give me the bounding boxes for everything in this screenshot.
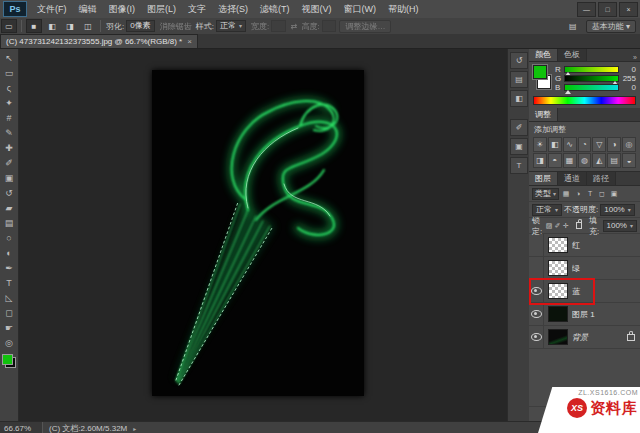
width-input[interactable] [271, 20, 286, 32]
gradient-tool-icon[interactable]: ▤ [1, 215, 17, 230]
zoom-tool-icon[interactable]: ◎ [1, 335, 17, 350]
layer-row-red[interactable]: 红 [529, 234, 640, 257]
invert-icon[interactable]: ◭ [592, 153, 606, 168]
layer-thumbnail[interactable] [548, 283, 568, 299]
close-button[interactable]: × [619, 2, 638, 17]
move-tool-icon[interactable]: ↖ [1, 50, 17, 65]
lock-transparent-pixels-icon[interactable]: ▨ [546, 221, 553, 231]
vibrance-icon[interactable]: ▽ [592, 137, 606, 152]
new-selection-icon[interactable]: ■ [26, 19, 42, 33]
current-tool-icon[interactable]: ▭ [1, 19, 17, 33]
lock-all-icon[interactable] [576, 222, 582, 229]
hand-tool-icon[interactable]: ☛ [1, 320, 17, 335]
shape-tool-icon[interactable]: ◻ [1, 305, 17, 320]
blue-value[interactable]: 0 [622, 83, 636, 92]
filter-kind-dropdown[interactable]: 类型▾ [532, 188, 559, 200]
filter-adjustment-layers-icon[interactable]: ◑ [573, 189, 583, 199]
visibility-toggle[interactable] [529, 303, 544, 325]
layer-row-layer1[interactable]: 图层 1 [529, 303, 640, 326]
color-lookup-icon[interactable]: ◍ [578, 153, 592, 168]
menu-layer[interactable]: 图层(L) [141, 1, 182, 18]
menu-edit[interactable]: 编辑 [73, 1, 103, 18]
history-brush-tool-icon[interactable]: ↺ [1, 185, 17, 200]
visibility-toggle[interactable] [529, 326, 544, 348]
rectangular-marquee-tool-icon[interactable]: ▭ [1, 65, 17, 80]
tab-layers[interactable]: 图层 [529, 172, 558, 185]
channel-mixer-icon[interactable]: ▦ [563, 153, 577, 168]
subtract-selection-icon[interactable]: ◨ [62, 19, 78, 33]
swap-dimensions-icon[interactable]: ⇄ [291, 22, 298, 31]
curves-icon[interactable]: ∿ [563, 137, 577, 152]
menu-file[interactable]: 文件(F) [31, 1, 73, 18]
eyedropper-tool-icon[interactable]: ✎ [1, 125, 17, 140]
zoom-level-field[interactable]: 66.67% [0, 422, 43, 433]
workspace-button[interactable]: 基本功能 ▾ [586, 20, 636, 33]
blue-slider[interactable] [564, 84, 619, 91]
hue-saturation-icon[interactable]: ◑ [607, 137, 621, 152]
visibility-toggle[interactable] [529, 257, 544, 279]
crop-tool-icon[interactable]: # [1, 110, 17, 125]
layer-row-background[interactable]: 背景 [529, 326, 640, 349]
style-dropdown[interactable]: 正常▾ [216, 20, 246, 32]
threshold-icon[interactable]: ◒ [622, 153, 636, 168]
clone-source-panel-icon[interactable]: ▣ [510, 138, 528, 155]
layer-name[interactable]: 绿 [572, 263, 622, 274]
foreground-color-swatch[interactable] [2, 354, 13, 365]
pen-tool-icon[interactable]: ✒ [1, 260, 17, 275]
filter-type-layers-icon[interactable]: T [585, 189, 595, 199]
menu-help[interactable]: 帮助(H) [382, 1, 425, 18]
red-value[interactable]: 0 [622, 65, 636, 74]
dodge-tool-icon[interactable]: ◐ [1, 245, 17, 260]
layer-name[interactable]: 背景 [572, 332, 622, 343]
exposure-icon[interactable]: ◔ [578, 137, 592, 152]
opacity-value[interactable]: 100%▾ [600, 204, 634, 216]
layer-thumbnail[interactable] [548, 306, 568, 322]
feather-input[interactable]: 0像素 [126, 20, 154, 32]
layer-name[interactable]: 红 [572, 240, 622, 251]
clone-stamp-tool-icon[interactable]: ▣ [1, 170, 17, 185]
layer-name[interactable]: 图层 1 [572, 309, 622, 320]
green-value[interactable]: 255 [622, 74, 636, 83]
panel-foreground-swatch[interactable] [533, 65, 547, 79]
blur-tool-icon[interactable]: ○ [1, 230, 17, 245]
lock-position-icon[interactable]: ✛ [563, 221, 569, 231]
filter-smart-object-icon[interactable]: ▣ [609, 189, 619, 199]
document-tab[interactable]: (C) 473731242132373555.jpg @ 66.7%(RGB/8… [0, 34, 198, 48]
intersect-selection-icon[interactable]: ◫ [80, 19, 96, 33]
bridge-icon[interactable]: ▤ [565, 19, 581, 33]
blue-slider-thumb[interactable] [565, 90, 571, 94]
path-selection-tool-icon[interactable]: ◺ [1, 290, 17, 305]
type-tool-icon[interactable]: T [1, 275, 17, 290]
brush-tool-icon[interactable]: ✐ [1, 155, 17, 170]
black-white-icon[interactable]: ◨ [533, 153, 547, 168]
eraser-tool-icon[interactable]: ▰ [1, 200, 17, 215]
green-slider[interactable] [564, 75, 619, 82]
fill-value[interactable]: 100%▾ [603, 220, 637, 232]
layer-row-blue[interactable]: 蓝 [529, 280, 640, 303]
posterize-icon[interactable]: ▤ [607, 153, 621, 168]
character-panel-icon[interactable]: T [510, 157, 528, 174]
layer-thumbnail[interactable] [548, 260, 568, 276]
filter-pixel-layers-icon[interactable]: ▦ [561, 189, 571, 199]
tab-swatches[interactable]: 色板 [558, 48, 587, 61]
refine-edge-button[interactable]: 调整边缘… [339, 20, 391, 33]
color-spectrum-ramp[interactable] [533, 96, 636, 105]
spot-healing-tool-icon[interactable]: ✚ [1, 140, 17, 155]
minimize-button[interactable]: — [577, 2, 596, 17]
canvas-area[interactable] [18, 48, 507, 421]
layer-row-green[interactable]: 绿 [529, 257, 640, 280]
maximize-button[interactable]: □ [598, 2, 617, 17]
history-panel-icon[interactable]: ↺ [510, 52, 528, 69]
tab-channels[interactable]: 通道 [558, 172, 587, 185]
magic-wand-tool-icon[interactable]: ✦ [1, 95, 17, 110]
tab-color[interactable]: 颜色 [529, 48, 558, 61]
color-balance-icon[interactable]: ◎ [622, 137, 636, 152]
brightness-contrast-icon[interactable]: ☀ [533, 137, 547, 152]
antialias-checkbox[interactable]: 消除锯齿 [160, 21, 192, 32]
filter-shape-layers-icon[interactable]: ◻ [597, 189, 607, 199]
document-image[interactable] [152, 70, 364, 396]
height-input[interactable] [322, 20, 337, 32]
menu-type[interactable]: 文字 [182, 1, 212, 18]
levels-icon[interactable]: ◧ [548, 137, 562, 152]
layer-thumbnail[interactable] [548, 329, 568, 345]
